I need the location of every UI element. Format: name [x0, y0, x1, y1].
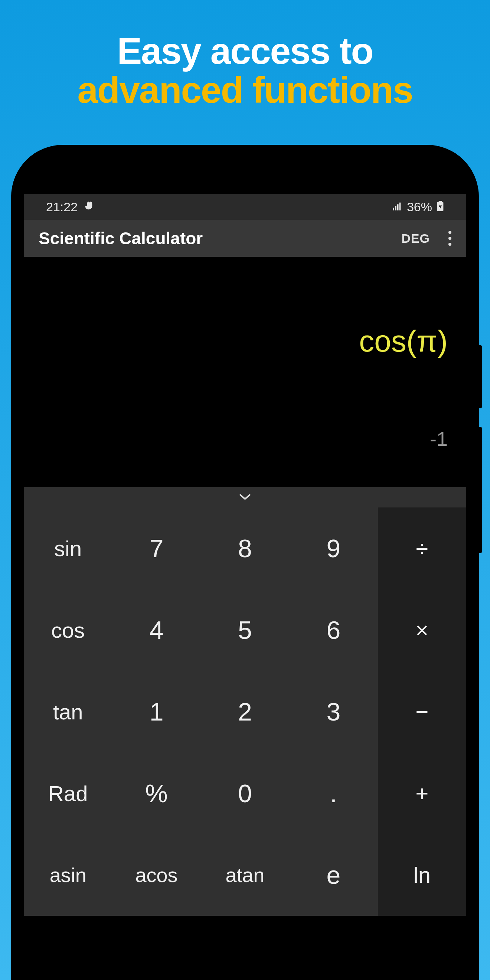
key-atan[interactable]: atan: [201, 834, 289, 916]
overflow-menu-icon[interactable]: [449, 231, 452, 246]
svg-rect-5: [439, 201, 442, 202]
status-bar: 21:22 36%: [24, 194, 466, 220]
key-add[interactable]: +: [378, 752, 466, 834]
signal-icon: [392, 200, 402, 214]
key-6[interactable]: 6: [289, 589, 377, 671]
key-2[interactable]: 2: [201, 671, 289, 752]
svg-rect-1: [395, 206, 396, 210]
key-5[interactable]: 5: [201, 589, 289, 671]
side-button-power: [479, 345, 482, 408]
phone-screen: 21:22 36% Scientific Calculator DEG: [24, 157, 466, 980]
key-percent[interactable]: %: [112, 752, 200, 834]
key-rad[interactable]: Rad: [24, 752, 112, 834]
key-divide[interactable]: ÷: [378, 508, 466, 589]
key-9[interactable]: 9: [289, 508, 377, 589]
calculator-display[interactable]: cos(π) -1: [24, 257, 466, 487]
side-button-volume: [479, 427, 482, 553]
key-e[interactable]: e: [289, 834, 377, 916]
key-subtract[interactable]: −: [378, 671, 466, 752]
svg-rect-3: [399, 202, 401, 210]
phone-frame: 21:22 36% Scientific Calculator DEG: [11, 145, 479, 980]
angle-mode-toggle[interactable]: DEG: [401, 231, 430, 246]
battery-charging-icon: [436, 200, 444, 214]
key-3[interactable]: 3: [289, 671, 377, 752]
svg-rect-0: [393, 207, 394, 210]
hero-headline: Easy access to advanced functions: [0, 0, 490, 111]
key-ln[interactable]: ln: [378, 834, 466, 916]
result-text: -1: [430, 427, 448, 450]
keypad: sin 7 8 9 ÷ cos 4 5 6 × tan 1 2 3 − Rad …: [24, 508, 466, 916]
key-asin[interactable]: asin: [24, 834, 112, 916]
svg-rect-2: [397, 204, 399, 210]
key-multiply[interactable]: ×: [378, 589, 466, 671]
key-1[interactable]: 1: [112, 671, 200, 752]
app-title: Scientific Calculator: [38, 228, 203, 248]
chevron-down-icon: [237, 492, 253, 503]
hero-line-1: Easy access to: [0, 30, 490, 72]
key-8[interactable]: 8: [201, 508, 289, 589]
expression-text: cos(π): [359, 324, 448, 359]
key-7[interactable]: 7: [112, 508, 200, 589]
key-4[interactable]: 4: [112, 589, 200, 671]
battery-percent: 36%: [407, 200, 432, 214]
key-decimal[interactable]: .: [289, 752, 377, 834]
key-0[interactable]: 0: [201, 752, 289, 834]
hand-icon: [84, 200, 94, 214]
key-sin[interactable]: sin: [24, 508, 112, 589]
hero-line-2: advanced functions: [0, 69, 490, 111]
app-bar: Scientific Calculator DEG: [24, 220, 466, 257]
key-tan[interactable]: tan: [24, 671, 112, 752]
status-time: 21:22: [46, 200, 78, 214]
key-acos[interactable]: acos: [112, 834, 200, 916]
key-cos[interactable]: cos: [24, 589, 112, 671]
panel-collapse-handle[interactable]: [24, 487, 466, 508]
